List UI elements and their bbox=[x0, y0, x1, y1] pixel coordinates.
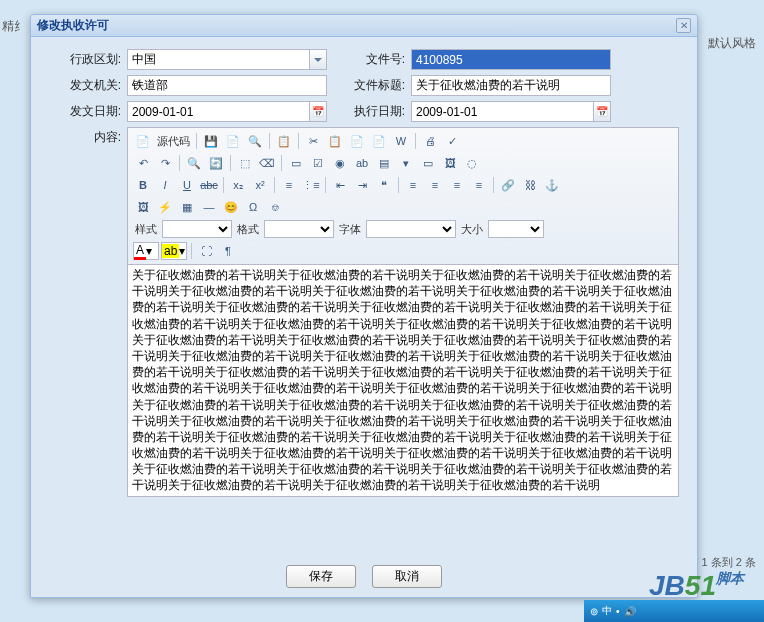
bg-app-title: 精纟 bbox=[2, 18, 26, 35]
find-icon[interactable]: 🔍 bbox=[184, 153, 204, 173]
redo-icon[interactable]: ↷ bbox=[155, 153, 175, 173]
link-icon[interactable]: 🔗 bbox=[498, 175, 518, 195]
numberlist-icon[interactable]: ≡ bbox=[279, 175, 299, 195]
undo-icon[interactable]: ↶ bbox=[133, 153, 153, 173]
imagebutton-icon[interactable]: 🖼 bbox=[440, 153, 460, 173]
file-no-input[interactable] bbox=[411, 49, 611, 70]
chevron-down-icon[interactable] bbox=[309, 50, 326, 69]
align-center-icon[interactable]: ≡ bbox=[425, 175, 445, 195]
select-icon[interactable]: ▾ bbox=[396, 153, 416, 173]
exec-date-input[interactable] bbox=[411, 101, 611, 122]
underline-icon[interactable]: U bbox=[177, 175, 197, 195]
superscript-icon[interactable]: x² bbox=[250, 175, 270, 195]
blockquote-icon[interactable]: ❝ bbox=[374, 175, 394, 195]
size-select[interactable] bbox=[488, 220, 544, 238]
label-issue-date: 发文日期: bbox=[49, 103, 127, 120]
olympic-icon: ⊚ bbox=[590, 606, 598, 617]
agency-input[interactable] bbox=[127, 75, 327, 96]
hr-icon[interactable]: — bbox=[199, 197, 219, 217]
dialog-footer: 保存 取消 bbox=[31, 561, 697, 592]
maximize-icon[interactable]: ⛶ bbox=[196, 241, 216, 261]
checkbox-icon[interactable]: ☑ bbox=[308, 153, 328, 173]
label-file-title: 文件标题: bbox=[349, 77, 411, 94]
image-icon[interactable]: 🖼 bbox=[133, 197, 153, 217]
table-icon[interactable]: ▦ bbox=[177, 197, 197, 217]
paste-text-icon[interactable]: 📄 bbox=[369, 131, 389, 151]
calendar-icon[interactable]: 📅 bbox=[593, 102, 610, 121]
dialog-body: 行政区划: 文件号: 发文机关: 文件标题: 发文日期: 📅 bbox=[31, 37, 697, 561]
font-select[interactable] bbox=[366, 220, 456, 238]
style-select[interactable] bbox=[162, 220, 232, 238]
specialchar-icon[interactable]: Ω bbox=[243, 197, 263, 217]
label-agency: 发文机关: bbox=[49, 77, 127, 94]
form-icon[interactable]: ▭ bbox=[286, 153, 306, 173]
rich-text-editor: 📄 源代码 💾 📄 🔍 📋 ✂ 📋 📄 📄 W bbox=[127, 127, 679, 497]
paste-word-icon[interactable]: W bbox=[391, 131, 411, 151]
dialog-title: 修改执收许可 bbox=[37, 17, 676, 34]
copy-icon[interactable]: 📋 bbox=[325, 131, 345, 151]
align-left-icon[interactable]: ≡ bbox=[403, 175, 423, 195]
editor-toolbar: 📄 源代码 💾 📄 🔍 📋 ✂ 📋 📄 📄 W bbox=[127, 127, 679, 265]
selectall-icon[interactable]: ⬚ bbox=[235, 153, 255, 173]
save-icon[interactable]: 💾 bbox=[201, 131, 221, 151]
italic-icon[interactable]: I bbox=[155, 175, 175, 195]
ime-mode-icon[interactable]: • bbox=[616, 606, 620, 617]
file-title-input[interactable] bbox=[411, 75, 611, 96]
volume-icon[interactable]: 🔊 bbox=[624, 606, 636, 617]
smiley-icon[interactable]: 😊 bbox=[221, 197, 241, 217]
indent-icon[interactable]: ⇥ bbox=[352, 175, 372, 195]
hidden-icon[interactable]: ◌ bbox=[462, 153, 482, 173]
radio-icon[interactable]: ◉ bbox=[330, 153, 350, 173]
source-icon[interactable]: 📄 bbox=[133, 131, 153, 151]
align-right-icon[interactable]: ≡ bbox=[447, 175, 467, 195]
label-content: 内容: bbox=[49, 127, 127, 497]
source-button[interactable]: 源代码 bbox=[154, 134, 193, 149]
ime-icon[interactable]: 中 bbox=[602, 604, 612, 618]
flash-icon[interactable]: ⚡ bbox=[155, 197, 175, 217]
showblocks-icon[interactable]: ¶ bbox=[218, 241, 238, 261]
textcolor-button[interactable]: A▾ bbox=[133, 242, 159, 260]
style-label: 样式 bbox=[132, 222, 160, 237]
spellcheck-icon[interactable]: ✓ bbox=[442, 131, 462, 151]
dialog-titlebar[interactable]: 修改执收许可 ✕ bbox=[31, 15, 697, 37]
save-button[interactable]: 保存 bbox=[286, 565, 356, 588]
strike-icon[interactable]: abc bbox=[199, 175, 219, 195]
calendar-icon[interactable]: 📅 bbox=[309, 102, 326, 121]
bulletlist-icon[interactable]: ⋮≡ bbox=[301, 175, 321, 195]
format-select[interactable] bbox=[264, 220, 334, 238]
preview-icon[interactable]: 🔍 bbox=[245, 131, 265, 151]
paste-icon[interactable]: 📄 bbox=[347, 131, 367, 151]
removeformat-icon[interactable]: ⌫ bbox=[257, 153, 277, 173]
print-icon[interactable]: 🖨 bbox=[420, 131, 440, 151]
edit-license-dialog: 修改执收许可 ✕ 行政区划: 文件号: 发文机关: 文件标题: 发文日期: bbox=[30, 14, 698, 598]
cancel-button[interactable]: 取消 bbox=[372, 565, 442, 588]
region-select[interactable] bbox=[127, 49, 327, 70]
label-region: 行政区划: bbox=[49, 51, 127, 68]
editor-textarea[interactable]: 关于征收燃油费的若干说明关于征收燃油费的若干说明关于征收燃油费的若干说明关于征收… bbox=[127, 265, 679, 497]
bold-icon[interactable]: B bbox=[133, 175, 153, 195]
textfield-icon[interactable]: ab bbox=[352, 153, 372, 173]
issue-date-input[interactable] bbox=[127, 101, 327, 122]
format-label: 格式 bbox=[234, 222, 262, 237]
anchor-icon[interactable]: ⚓ bbox=[542, 175, 562, 195]
font-label: 字体 bbox=[336, 222, 364, 237]
pagebreak-icon[interactable]: ⎊ bbox=[265, 197, 285, 217]
unlink-icon[interactable]: ⛓ bbox=[520, 175, 540, 195]
cut-icon[interactable]: ✂ bbox=[303, 131, 323, 151]
system-taskbar[interactable]: ⊚ 中 • 🔊 bbox=[584, 600, 764, 622]
button-icon[interactable]: ▭ bbox=[418, 153, 438, 173]
subscript-icon[interactable]: x₂ bbox=[228, 175, 248, 195]
align-justify-icon[interactable]: ≡ bbox=[469, 175, 489, 195]
size-label: 大小 bbox=[458, 222, 486, 237]
label-exec-date: 执行日期: bbox=[349, 103, 411, 120]
textarea-icon[interactable]: ▤ bbox=[374, 153, 394, 173]
close-button[interactable]: ✕ bbox=[676, 18, 691, 33]
newpage-icon[interactable]: 📄 bbox=[223, 131, 243, 151]
replace-icon[interactable]: 🔄 bbox=[206, 153, 226, 173]
label-file-no: 文件号: bbox=[349, 51, 411, 68]
outdent-icon[interactable]: ⇤ bbox=[330, 175, 350, 195]
templates-icon[interactable]: 📋 bbox=[274, 131, 294, 151]
bg-style-label: 默认风格 bbox=[708, 35, 756, 52]
bgcolor-button[interactable]: ab▾ bbox=[161, 242, 187, 260]
